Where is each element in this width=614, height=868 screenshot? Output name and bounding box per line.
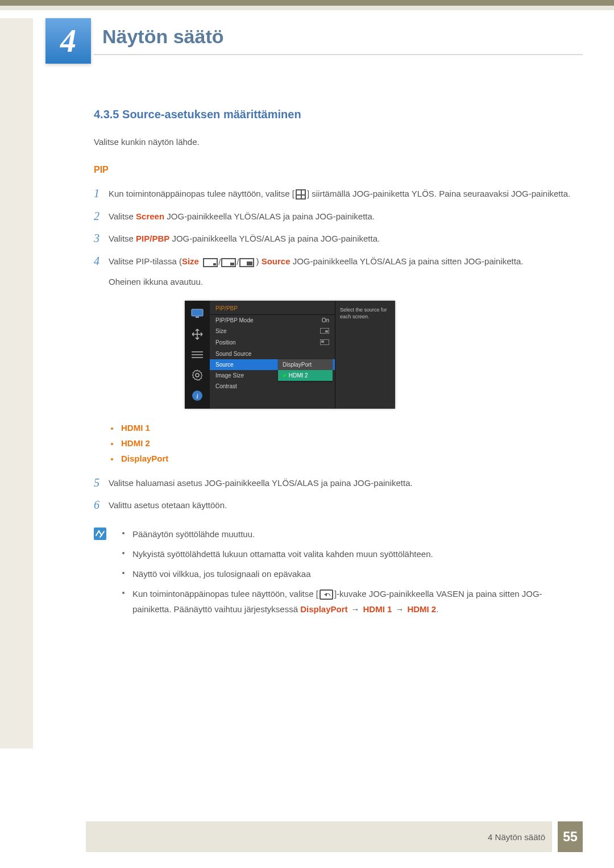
size-icon-1 (203, 258, 218, 267)
grid-icon (296, 189, 306, 200)
arrow-icon: → (392, 604, 407, 614)
step4-text-d: Oheinen ikkuna avautuu. (109, 275, 574, 289)
step-body: Kun toimintonäppäinopas tulee näyttöön, … (109, 186, 574, 201)
osd-row-imagesize: Image Size (210, 370, 335, 381)
seq-displayport: DisplayPort (300, 604, 347, 614)
osd-main: PIP/PBP PIP/PBP Mode On Size Position So… (210, 301, 335, 409)
note-icon (94, 528, 111, 621)
list-icon (190, 347, 205, 362)
step4-text-a: Valitse PIP-tilassa ( (109, 256, 182, 266)
step-body: Valitse PIP/PBP JOG-painikkeella YLÖS/AL… (109, 231, 574, 246)
osd-position-value (320, 339, 329, 346)
note4-dot: . (436, 604, 438, 614)
step2-text-a: Valitse (109, 211, 136, 221)
osd-row-mode: PIP/PBP Mode On (210, 315, 335, 326)
size-keyword: Size (182, 256, 199, 266)
osd-screenshot: i PIP/PBP PIP/PBP Mode On Size Position … (185, 301, 574, 409)
section-intro: Valitse kunkin näytön lähde. (94, 137, 574, 147)
osd-help-text: Select the source for each screen. (340, 307, 387, 320)
note-4: Kun toimintonäppäinopas tulee näyttöön, … (119, 586, 574, 617)
step-body: Valitse Screen JOG-painikkeella YLÖS/ALA… (109, 209, 574, 224)
osd-dropdown-displayport: DisplayPort (278, 359, 333, 370)
note-block: Päänäytön syöttölähde muuttuu. Nykyistä … (94, 526, 574, 621)
footer: 4 Näytön säätö 55 (0, 821, 614, 852)
osd-panel: i PIP/PBP PIP/PBP Mode On Size Position … (185, 301, 395, 409)
footer-page-number: 55 (558, 821, 583, 852)
osd-title: PIP/PBP (210, 304, 335, 315)
osd-row-contrast: Contrast (210, 381, 335, 392)
screen-keyword: Screen (136, 211, 164, 221)
note-list: Päänäytön syöttölähde muuttuu. Nykyistä … (119, 526, 574, 621)
step-number: 5 (94, 476, 109, 491)
top-stripe (0, 0, 614, 6)
step-3: 3 Valitse PIP/PBP JOG-painikkeella YLÖS/… (94, 231, 574, 246)
step-list: 1 Kun toimintonäppäinopas tulee näyttöön… (94, 186, 574, 289)
step-number: 3 (94, 231, 109, 246)
info-icon: i (190, 388, 205, 403)
arrows-icon (190, 327, 205, 342)
step-body: Valitse PIP-tilassa (Size // ) Source JO… (109, 254, 574, 289)
osd-sidebar: i (185, 301, 210, 409)
step2-text-b: JOG-painikkeella YLÖS/ALAS ja paina JOG-… (164, 211, 375, 221)
osd-contrast-label: Contrast (215, 383, 329, 389)
osd-row-source: Source DisplayPort HDMI 2 (210, 359, 335, 370)
note-2: Nykyistä syöttölähdettä lukuun ottamatta… (119, 546, 574, 562)
top-stripe-inner (0, 6, 614, 10)
pip-heading: PIP (94, 165, 574, 175)
footer-text: 4 Näytön säätö (488, 832, 545, 842)
step-4: 4 Valitse PIP-tilassa (Size // ) Source … (94, 254, 574, 289)
pippbp-keyword: PIP/PBP (136, 234, 169, 243)
monitor-icon (190, 306, 205, 321)
step1-text-a: Kun toimintonäppäinopas tulee näyttöön, … (109, 189, 294, 198)
step-5: 5 Valitse haluamasi asetus JOG-painikkee… (94, 476, 574, 491)
step1-text-b: ] siirtämällä JOG-painiketta YLÖS. Paina… (307, 189, 570, 198)
chapter-title: Näytön säätö (102, 26, 224, 48)
source-option-hdmi2: HDMI 2 (109, 438, 574, 448)
step-1: 1 Kun toimintonäppäinopas tulee näyttöön… (94, 186, 574, 201)
step-body: Valitse haluamasi asetus JOG-painikkeell… (109, 476, 574, 491)
back-icon (320, 589, 333, 600)
osd-soundsource-label: Sound Source (215, 351, 329, 357)
source-keyword: Source (262, 256, 291, 266)
seq-hdmi2: HDMI 2 (407, 604, 436, 614)
osd-row-soundsource: Sound Source (210, 348, 335, 359)
osd-mode-label: PIP/PBP Mode (215, 317, 322, 323)
svg-point-5 (196, 373, 199, 377)
size-icon-2 (221, 258, 236, 267)
seq-hdmi1: HDMI 1 (363, 604, 392, 614)
note-3: Näyttö voi vilkkua, jos tulosignaali on … (119, 566, 574, 582)
svg-rect-0 (192, 309, 203, 316)
osd-size-label: Size (215, 328, 320, 334)
svg-rect-1 (196, 317, 199, 318)
step-number: 4 (94, 254, 109, 289)
step-6: 6 Valittu asetus otetaan käyttöön. (94, 498, 574, 513)
step-number: 2 (94, 209, 109, 224)
chapter-underline (94, 54, 583, 55)
osd-mode-value: On (322, 317, 329, 323)
chapter-number: 4 (60, 23, 76, 59)
footer-bar: 4 Näytön säätö (86, 821, 552, 852)
step4-text-b: ) (256, 256, 261, 266)
step3-text-b: JOG-painikkeella YLÖS/ALAS ja paina JOG-… (169, 234, 380, 243)
step4-text-c: JOG-painikkeella YLÖS/ALAS ja paina sitt… (291, 256, 524, 266)
osd-help-panel: Select the source for each screen. (335, 301, 395, 409)
osd-position-label: Position (215, 339, 320, 346)
svg-text:i: i (196, 392, 198, 400)
osd-size-value (320, 328, 329, 335)
source-option-hdmi1: HDMI 1 (109, 423, 574, 433)
size-icon-3 (239, 258, 254, 267)
content-area: 4.3.5 Source-asetuksen määrittäminen Val… (94, 108, 574, 621)
note-1: Päänäytön syöttölähde muuttuu. (119, 526, 574, 542)
gear-icon (190, 368, 205, 383)
osd-row-size: Size (210, 326, 335, 337)
step-number: 6 (94, 498, 109, 513)
section-heading: 4.3.5 Source-asetuksen määrittäminen (94, 108, 574, 121)
step3-text-a: Valitse (109, 234, 136, 243)
size-icon-group: // (202, 255, 255, 269)
chapter-number-box: 4 (45, 18, 91, 64)
arrow-icon: → (348, 604, 363, 614)
left-margin-bar (0, 18, 33, 749)
step-number: 1 (94, 186, 109, 201)
step-body: Valittu asetus otetaan käyttöön. (109, 498, 574, 513)
osd-imagesize-label: Image Size (215, 372, 329, 379)
